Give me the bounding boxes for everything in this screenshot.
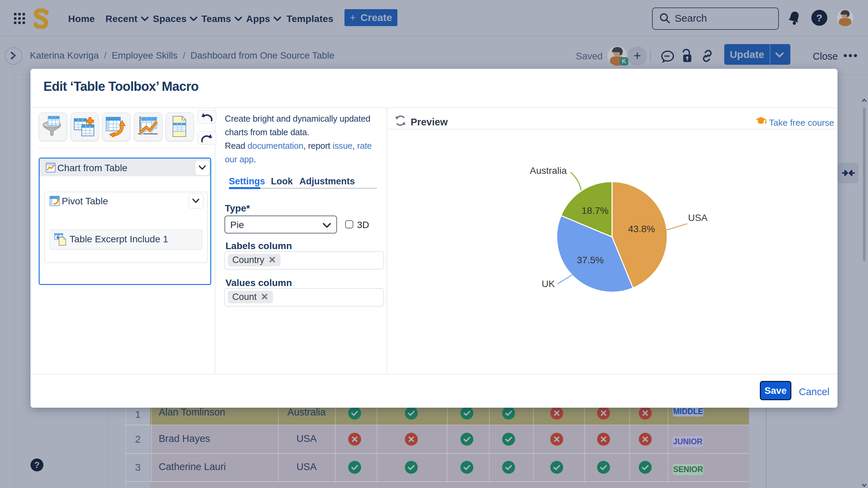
svg-text:18.7%: 18.7%: [581, 205, 608, 216]
svg-text:UK: UK: [542, 279, 555, 289]
svg-text:Australia: Australia: [530, 165, 567, 176]
svg-text:37.5%: 37.5%: [577, 255, 604, 265]
svg-text:USA: USA: [688, 212, 708, 223]
svg-text:43.8%: 43.8%: [628, 224, 655, 234]
